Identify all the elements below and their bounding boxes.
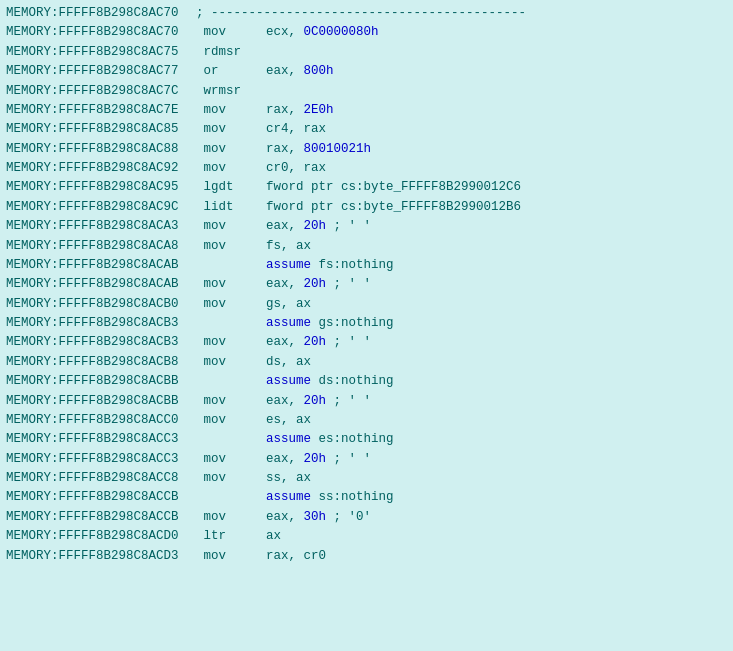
code-line: MEMORY:FFFFF8B298C8ACC8 mov ss, ax [6,469,727,488]
immediate: 20h [304,219,327,233]
mnemonic: mov [196,333,266,352]
address: MEMORY:FFFFF8B298C8ACC0 [6,411,196,430]
mnemonic: or [196,62,266,81]
operand: ds, ax [266,353,311,372]
operand: eax, 20h ; ' ' [266,333,371,352]
mnemonic: mov [196,140,266,159]
assume-stmt: assume ds:nothing [266,372,394,391]
immediate: 20h [304,394,327,408]
code-line: MEMORY:FFFFF8B298C8ACC0 mov es, ax [6,411,727,430]
address: MEMORY:FFFFF8B298C8ACB8 [6,353,196,372]
immediate: 0C0000080h [304,25,379,39]
mnemonic: mov [196,392,266,411]
address: MEMORY:FFFFF8B298C8AC77 [6,62,196,81]
code-line: MEMORY:FFFFF8B298C8ACC3 assume es:nothin… [6,430,727,449]
mnemonic [196,488,266,507]
address: MEMORY:FFFFF8B298C8ACBB [6,372,196,391]
comment: ; ' ' [326,452,371,466]
code-line: MEMORY:FFFFF8B298C8ACCB mov eax, 30h ; '… [6,508,727,527]
operand: fs, ax [266,237,311,256]
code-line: MEMORY:FFFFF8B298C8AC9C lidt fword ptr c… [6,198,727,217]
operand: rax, 2E0h [266,101,334,120]
comment: ; ' ' [326,219,371,233]
code-line: MEMORY:FFFFF8B298C8AC7E mov rax, 2E0h [6,101,727,120]
code-line: MEMORY:FFFFF8B298C8AC7C wrmsr [6,82,727,101]
code-line: MEMORY:FFFFF8B298C8AC88 mov rax, 8001002… [6,140,727,159]
code-line: MEMORY:FFFFF8B298C8ACA8 mov fs, ax [6,237,727,256]
address: MEMORY:FFFFF8B298C8AC75 [6,43,196,62]
operand: eax, 20h ; ' ' [266,217,371,236]
code-line: MEMORY:FFFFF8B298C8ACB3 assume gs:nothin… [6,314,727,333]
immediate: 2E0h [304,103,334,117]
operand: cr4, rax [266,120,326,139]
immediate: 20h [304,277,327,291]
mnemonic [196,430,266,449]
address: MEMORY:FFFFF8B298C8ACD3 [6,547,196,566]
operand: ss, ax [266,469,311,488]
assume-keyword: assume [266,432,311,446]
assume-keyword: assume [266,316,311,330]
mnemonic: mov [196,159,266,178]
address: MEMORY:FFFFF8B298C8ACA3 [6,217,196,236]
code-line: MEMORY:FFFFF8B298C8AC70 ; --------------… [6,4,727,23]
operand: ecx, 0C0000080h [266,23,379,42]
code-view: MEMORY:FFFFF8B298C8AC70 ; --------------… [0,0,733,651]
address: MEMORY:FFFFF8B298C8ACAB [6,256,196,275]
mnemonic: lgdt [196,178,266,197]
code-line: MEMORY:FFFFF8B298C8ACC3 mov eax, 20h ; '… [6,450,727,469]
operand: eax, 20h ; ' ' [266,392,371,411]
address: MEMORY:FFFFF8B298C8ACB3 [6,314,196,333]
operand: gs, ax [266,295,311,314]
comment: ; ' ' [326,394,371,408]
mnemonic: mov [196,237,266,256]
mnemonic: mov [196,120,266,139]
address: MEMORY:FFFFF8B298C8ACBB [6,392,196,411]
mnemonic [196,256,266,275]
code-line: MEMORY:FFFFF8B298C8AC70 mov ecx, 0C00000… [6,23,727,42]
operand: ax [266,527,281,546]
operand: rax, cr0 [266,547,326,566]
code-line: MEMORY:FFFFF8B298C8AC75 rdmsr [6,43,727,62]
immediate: 800h [304,64,334,78]
code-line: MEMORY:FFFFF8B298C8ACAB assume fs:nothin… [6,256,727,275]
address: MEMORY:FFFFF8B298C8ACCB [6,488,196,507]
code-line: MEMORY:FFFFF8B298C8ACB0 mov gs, ax [6,295,727,314]
mnemonic: mov [196,353,266,372]
code-line: MEMORY:FFFFF8B298C8ACD3 mov rax, cr0 [6,547,727,566]
address: MEMORY:FFFFF8B298C8ACD0 [6,527,196,546]
address: MEMORY:FFFFF8B298C8AC9C [6,198,196,217]
address: MEMORY:FFFFF8B298C8ACA8 [6,237,196,256]
address: MEMORY:FFFFF8B298C8ACB0 [6,295,196,314]
assume-keyword: assume [266,258,311,272]
operand: eax, 30h ; '0' [266,508,371,527]
address: MEMORY:FFFFF8B298C8AC70 [6,4,196,23]
code-line: MEMORY:FFFFF8B298C8ACBB mov eax, 20h ; '… [6,392,727,411]
immediate: 80010021h [304,142,372,156]
code-line: MEMORY:FFFFF8B298C8ACCB assume ss:nothin… [6,488,727,507]
comment-text: ; --------------------------------------… [196,4,526,23]
mnemonic: mov [196,23,266,42]
assume-keyword: assume [266,374,311,388]
immediate: 20h [304,452,327,466]
mnemonic: mov [196,469,266,488]
mnemonic [196,314,266,333]
assume-keyword: assume [266,490,311,504]
address: MEMORY:FFFFF8B298C8ACC3 [6,430,196,449]
comment: ; '0' [326,510,371,524]
address: MEMORY:FFFFF8B298C8AC7C [6,82,196,101]
mnemonic [196,372,266,391]
mnemonic: lidt [196,198,266,217]
operand: fword ptr cs:byte_FFFFF8B2990012B6 [266,198,521,217]
code-line: MEMORY:FFFFF8B298C8AC92 mov cr0, rax [6,159,727,178]
code-line: MEMORY:FFFFF8B298C8ACD0 ltr ax [6,527,727,546]
mnemonic: mov [196,101,266,120]
code-line: MEMORY:FFFFF8B298C8ACA3 mov eax, 20h ; '… [6,217,727,236]
address: MEMORY:FFFFF8B298C8AC88 [6,140,196,159]
address: MEMORY:FFFFF8B298C8AC92 [6,159,196,178]
mnemonic: mov [196,295,266,314]
immediate: 20h [304,335,327,349]
mnemonic: ltr [196,527,266,546]
operand: eax, 800h [266,62,334,81]
address: MEMORY:FFFFF8B298C8AC7E [6,101,196,120]
comment: ; ' ' [326,335,371,349]
